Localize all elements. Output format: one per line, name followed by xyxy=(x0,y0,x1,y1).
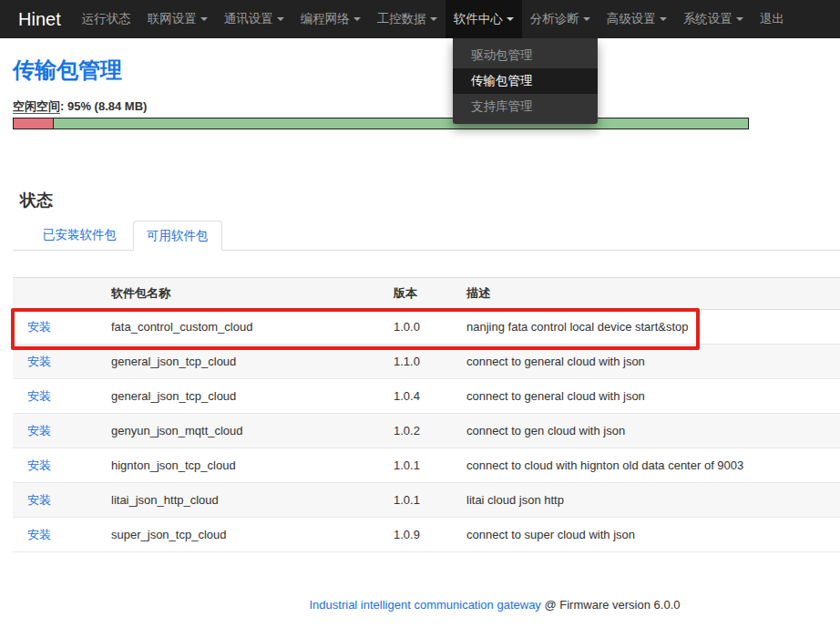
nav-item-logout: 退出 xyxy=(752,0,793,38)
table-row: 安装 hignton_json_tcp_cloud 1.0.1 connect … xyxy=(13,448,840,483)
used-space-segment xyxy=(14,118,54,129)
disk-space-progressbar xyxy=(13,118,749,129)
page-footer: Industrial intelligent communication gat… xyxy=(13,598,840,612)
description-cell: connect to general cloud with json xyxy=(459,379,840,414)
nav-item-advanced-settings: 高级设置 xyxy=(599,0,675,38)
nav-item-running-status: 运行状态 xyxy=(74,0,139,38)
package-table: 软件包名称 版本 描述 安装 fata_control_custom_cloud… xyxy=(13,277,840,552)
nav-item-system-settings: 系统设置 xyxy=(675,0,752,38)
nav-link-software-center[interactable]: 软件中心 xyxy=(446,0,522,38)
install-button[interactable]: 安装 xyxy=(27,320,51,334)
chevron-down-icon xyxy=(200,17,208,21)
nav-item-network-settings: 联网设置 xyxy=(139,0,216,38)
nav-link-running-status[interactable]: 运行状态 xyxy=(74,0,139,38)
version-cell: 1.0.0 xyxy=(386,310,459,345)
chevron-down-icon xyxy=(353,17,361,21)
nav-link-comm-settings[interactable]: 通讯设置 xyxy=(216,0,292,38)
package-name-cell: fata_control_custom_cloud xyxy=(104,310,386,345)
nav-link-network-settings[interactable]: 联网设置 xyxy=(139,0,216,38)
nav-link-programming-network[interactable]: 编程网络 xyxy=(292,0,369,38)
page-title: 传输包管理 xyxy=(13,57,840,84)
install-button[interactable]: 安装 xyxy=(27,493,51,507)
package-name-cell: general_json_tcp_cloud xyxy=(104,379,386,414)
description-cell: connect to super cloud with json xyxy=(459,518,840,552)
package-table-container: 软件包名称 版本 描述 安装 fata_control_custom_cloud… xyxy=(13,277,840,552)
status-heading: 状态 xyxy=(20,191,840,210)
nav-link-logout[interactable]: 退出 xyxy=(752,0,793,38)
nav-item-software-center: 软件中心 xyxy=(446,0,522,38)
chevron-down-icon xyxy=(507,17,514,21)
package-name-cell: hignton_json_tcp_cloud xyxy=(104,448,386,483)
free-space-label: 空闲空间: 95% (8.84 MB) xyxy=(13,99,840,114)
nav-item-industrial-data: 工控数据 xyxy=(369,0,446,38)
brand-logo[interactable]: Hinet xyxy=(0,0,74,38)
dropdown-item-support-library[interactable]: 支持库管理 xyxy=(453,94,598,119)
install-button[interactable]: 安装 xyxy=(27,528,51,541)
description-cell: nanjing fata control local device start&… xyxy=(459,310,840,345)
chevron-down-icon xyxy=(277,17,284,21)
package-name-cell: litai_json_http_cloud xyxy=(104,483,386,518)
free-space-term: 空闲空间 xyxy=(13,99,60,114)
install-button[interactable]: 安装 xyxy=(27,424,51,438)
install-button[interactable]: 安装 xyxy=(27,458,51,472)
description-cell: litai cloud json http xyxy=(459,483,840,518)
table-row: 安装 genyun_json_mqtt_cloud 1.0.2 connect … xyxy=(13,414,840,448)
firmware-version-text: @ Firmware version 6.0.0 xyxy=(541,598,681,612)
chevron-down-icon xyxy=(430,17,437,21)
package-name-cell: general_json_tcp_cloud xyxy=(104,345,386,379)
header-install xyxy=(13,278,104,310)
version-cell: 1.0.2 xyxy=(386,414,459,448)
software-center-dropdown: 驱动包管理 传输包管理 支持库管理 xyxy=(453,38,598,124)
table-row: 安装 general_json_tcp_cloud 1.1.0 connect … xyxy=(13,345,840,379)
nav-link-industrial-data[interactable]: 工控数据 xyxy=(369,0,446,38)
table-row: 安装 general_json_tcp_cloud 1.0.4 connect … xyxy=(13,379,840,414)
table-header-row: 软件包名称 版本 描述 xyxy=(13,278,840,310)
package-tabs: 已安装软件包 可用软件包 xyxy=(13,221,840,251)
install-button[interactable]: 安装 xyxy=(27,355,51,368)
free-space-value: 95% (8.84 MB) xyxy=(67,99,147,113)
free-space-separator: : xyxy=(60,99,67,113)
tab-available-packages[interactable]: 可用软件包 xyxy=(133,221,222,251)
description-cell: connect to cloud with hignton old data c… xyxy=(459,448,840,483)
dropdown-item-driver-package[interactable]: 驱动包管理 xyxy=(453,43,598,68)
nav-item-analysis-diagnosis: 分析诊断 xyxy=(522,0,599,38)
version-cell: 1.0.1 xyxy=(386,483,459,518)
chevron-down-icon xyxy=(660,17,667,21)
main-content: 传输包管理 空闲空间: 95% (8.84 MB) 状态 已安装软件包 可用软件… xyxy=(0,38,840,612)
version-cell: 1.0.9 xyxy=(386,518,459,552)
chevron-down-icon xyxy=(583,17,590,21)
dropdown-item-transfer-package[interactable]: 传输包管理 xyxy=(453,68,598,94)
gateway-footer-link[interactable]: Industrial intelligent communication gat… xyxy=(310,598,541,612)
nav-item-programming-network: 编程网络 xyxy=(292,0,369,38)
table-row: 安装 litai_json_http_cloud 1.0.1 litai clo… xyxy=(13,483,840,518)
navbar-menu: 运行状态 联网设置 通讯设置 编程网络 工控数据 软件中心 分析诊断 高级设置 … xyxy=(74,0,793,38)
tab-installed-packages[interactable]: 已安装软件包 xyxy=(30,221,129,250)
description-cell: connect to general cloud with json xyxy=(459,345,840,379)
version-cell: 1.0.4 xyxy=(386,379,459,414)
nav-item-comm-settings: 通讯设置 xyxy=(216,0,292,38)
top-navbar: Hinet 运行状态 联网设置 通讯设置 编程网络 工控数据 软件中心 分析诊断… xyxy=(0,0,840,38)
package-name-cell: genyun_json_mqtt_cloud xyxy=(104,414,386,448)
description-cell: connect to gen cloud with json xyxy=(459,414,840,448)
table-row: 安装 fata_control_custom_cloud 1.0.0 nanji… xyxy=(13,310,840,345)
nav-link-analysis-diagnosis[interactable]: 分析诊断 xyxy=(522,0,599,38)
table-row: 安装 super_json_tcp_cloud 1.0.9 connect to… xyxy=(13,518,840,552)
header-package-name: 软件包名称 xyxy=(104,278,386,310)
install-button[interactable]: 安装 xyxy=(27,389,51,403)
nav-link-advanced-settings[interactable]: 高级设置 xyxy=(599,0,675,38)
package-name-cell: super_json_tcp_cloud xyxy=(104,518,386,552)
version-cell: 1.0.1 xyxy=(386,448,459,483)
header-description: 描述 xyxy=(459,278,840,310)
header-version: 版本 xyxy=(386,278,459,310)
nav-link-system-settings[interactable]: 系统设置 xyxy=(675,0,752,38)
chevron-down-icon xyxy=(736,17,743,21)
version-cell: 1.1.0 xyxy=(386,345,459,379)
